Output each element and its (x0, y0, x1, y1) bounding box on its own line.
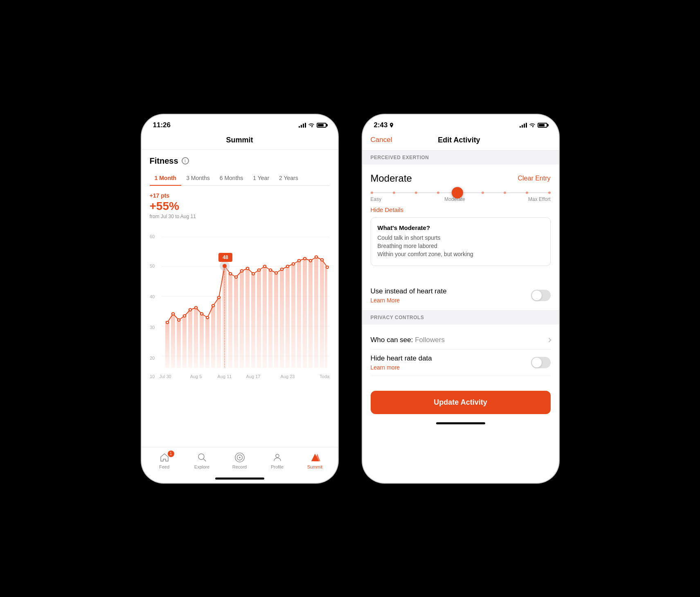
tab-1year[interactable]: 1 Year (248, 171, 274, 185)
slider-track (371, 192, 551, 193)
svg-point-67 (298, 259, 300, 262)
dot-9 (548, 191, 551, 194)
period-tabs: 1 Month 3 Months 6 Months 1 Year 2 Years (150, 171, 330, 186)
info-icon[interactable]: i (182, 157, 189, 164)
tab-2years-label: 2 Years (279, 175, 298, 181)
clear-entry-button[interactable]: Clear Entry (518, 175, 550, 182)
battery-icon-1 (317, 123, 326, 128)
svg-rect-32 (286, 265, 290, 368)
svg-rect-14 (182, 315, 187, 368)
phone-edit-activity: 2:43 Cancel Edit Activity PERCEIVED EXER… (362, 115, 559, 483)
svg-point-64 (281, 268, 283, 270)
svg-rect-33 (291, 263, 295, 368)
chart-area: 60 50 40 30 20 10 (142, 223, 338, 447)
svg-point-79 (198, 454, 204, 460)
use-heart-rate-toggle[interactable] (531, 290, 551, 301)
svg-point-84 (276, 454, 279, 457)
hide-heart-rate-left: Hide heart rate data Learn more (371, 354, 432, 371)
fitness-chart: 60 50 40 30 20 10 (150, 227, 330, 390)
cancel-button[interactable]: Cancel (371, 136, 392, 144)
status-bar-1: 11:26 (142, 115, 338, 133)
heart-rate-toggle-row: Use instead of heart rate Learn More (362, 281, 559, 311)
nav-summit[interactable]: Summit (303, 452, 327, 469)
svg-point-48 (212, 304, 214, 307)
hide-details-button[interactable]: Hide Details (371, 206, 551, 213)
svg-rect-16 (194, 306, 198, 368)
wifi-icon-1 (308, 123, 315, 128)
svg-point-42 (178, 319, 180, 321)
svg-rect-19 (211, 304, 215, 368)
tab-6months[interactable]: 6 Months (215, 171, 248, 185)
svg-rect-35 (303, 257, 307, 368)
hide-heart-rate-toggle[interactable] (531, 357, 551, 368)
dot-1 (371, 191, 373, 194)
svg-rect-25 (245, 267, 250, 368)
svg-rect-34 (297, 259, 301, 368)
who-can-see-label: Who can see: Followers (371, 336, 445, 344)
slider-thumb[interactable] (452, 187, 463, 198)
svg-point-44 (189, 309, 191, 311)
svg-text:Aug 11: Aug 11 (217, 374, 232, 379)
time-1: 11:26 (153, 121, 171, 129)
nav-explore[interactable]: Explore (190, 452, 214, 469)
svg-rect-22 (228, 273, 232, 368)
tab-2years[interactable]: 2 Years (274, 171, 303, 185)
svg-rect-20 (217, 296, 221, 368)
svg-rect-38 (320, 259, 324, 368)
stats-area: +17 pts +55% from Jul 30 to Aug 11 (142, 192, 338, 223)
svg-text:10: 10 (150, 374, 155, 379)
phone-fitness: 11:26 Summit Fitness i (142, 115, 338, 483)
nav-profile-label: Profile (271, 464, 284, 469)
nav-record-label: Record (232, 464, 247, 469)
tab-3months[interactable]: 3 Months (181, 171, 215, 185)
svg-point-65 (286, 265, 289, 268)
exertion-slider[interactable]: Easy Moderate Max Effort (371, 192, 551, 202)
svg-rect-12 (171, 313, 175, 368)
svg-point-71 (321, 259, 323, 261)
learn-more-1[interactable]: Learn More (371, 297, 447, 304)
svg-rect-31 (280, 268, 284, 368)
svg-rect-28 (263, 265, 267, 368)
dot-8 (526, 191, 528, 194)
svg-point-68 (304, 257, 306, 260)
svg-rect-18 (205, 317, 209, 368)
status-icons-1 (299, 123, 326, 128)
home-indicator-2 (436, 422, 485, 424)
record-icon (234, 452, 245, 463)
dot-2 (393, 191, 395, 194)
learn-more-2[interactable]: Learn more (371, 364, 432, 371)
who-can-see-row[interactable]: Who can see: Followers (371, 331, 551, 349)
profile-icon (272, 452, 283, 463)
nav-feed[interactable]: 1 Feed (152, 452, 177, 469)
app-title-1: Summit (142, 133, 338, 150)
moderate-item-2: Breathing more labored (378, 243, 544, 249)
location-icon (389, 123, 394, 128)
svg-point-60 (258, 269, 260, 271)
svg-text:Jul 30: Jul 30 (159, 374, 171, 379)
nav-explore-label: Explore (194, 464, 209, 469)
svg-rect-27 (257, 269, 261, 368)
svg-rect-37 (314, 256, 318, 368)
pct-value: +55% (150, 200, 330, 213)
svg-point-43 (183, 315, 186, 317)
svg-point-62 (269, 269, 272, 271)
svg-point-55 (229, 273, 232, 275)
signal-icon-2 (520, 123, 527, 128)
use-heart-rate-label: Use instead of heart rate (371, 287, 447, 295)
tab-1month[interactable]: 1 Month (150, 171, 182, 185)
svg-rect-30 (274, 272, 278, 368)
svg-rect-17 (200, 313, 204, 368)
tab-1month-label: 1 Month (155, 175, 177, 181)
svg-text:40: 40 (150, 294, 155, 299)
nav-record[interactable]: Record (227, 452, 252, 469)
svg-text:50: 50 (150, 264, 155, 268)
update-activity-button[interactable]: Update Activity (371, 391, 551, 414)
svg-text:30: 30 (150, 325, 155, 330)
status-icons-2 (520, 123, 547, 128)
moderate-item-1: Could talk in short spurts (378, 234, 544, 241)
nav-profile[interactable]: Profile (265, 452, 290, 469)
moderate-box-title: What's Moderate? (378, 224, 544, 231)
svg-point-47 (206, 316, 209, 319)
app-title-text-1: Summit (226, 136, 253, 144)
dot-6 (482, 191, 484, 194)
